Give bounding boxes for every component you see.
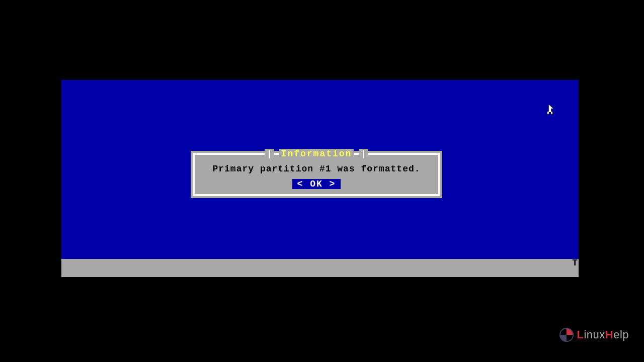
mouse-cursor-icon xyxy=(544,103,555,116)
title-right-break: | xyxy=(359,149,368,159)
status-bar: T xyxy=(61,259,579,277)
watermark-elp: elp xyxy=(613,328,629,341)
watermark: LinuxHelp xyxy=(559,328,629,342)
title-left-break: | xyxy=(265,149,274,159)
watermark-inux: inux xyxy=(584,328,605,341)
dialog-message: Primary partition #1 was formatted. xyxy=(200,164,433,174)
ok-button[interactable]: < OK > xyxy=(292,179,341,189)
watermark-h: H xyxy=(605,328,613,341)
status-right-indicator: T xyxy=(572,258,578,268)
linuxhelp-logo-icon xyxy=(559,328,574,342)
watermark-text: LinuxHelp xyxy=(577,328,629,341)
information-dialog: | Information | Primary partition #1 was… xyxy=(191,151,442,198)
dialog-title: Information xyxy=(279,149,354,159)
terminal-screen: | Information | Primary partition #1 was… xyxy=(61,80,579,277)
watermark-l: L xyxy=(577,328,584,341)
dialog-frame: | Information | Primary partition #1 was… xyxy=(193,153,440,196)
dialog-title-bar: | Information | xyxy=(195,149,438,159)
